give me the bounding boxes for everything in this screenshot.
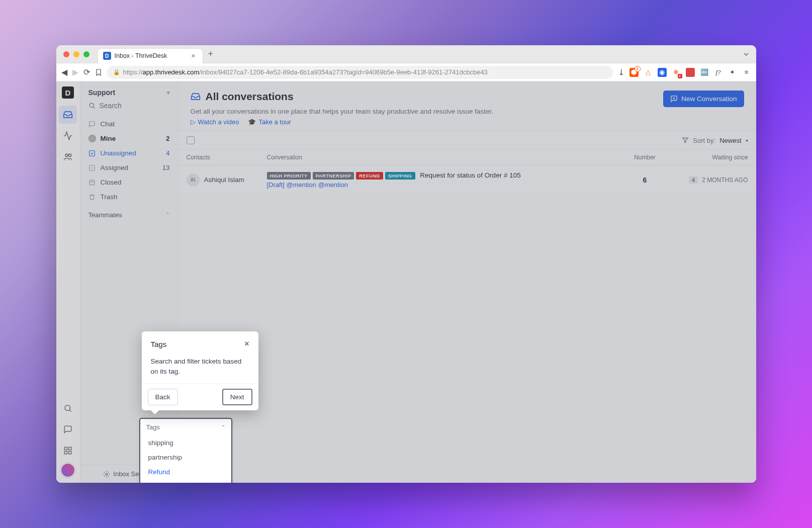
menu-icon[interactable]: ≡ (742, 68, 751, 77)
forward-button[interactable]: ▶ (72, 67, 78, 77)
chevron-up-icon: ⌃ (221, 424, 225, 430)
titlebar: D Inbox - ThriveDesk × + (56, 45, 756, 63)
back-button[interactable]: Back (148, 389, 178, 405)
tags-panel-header[interactable]: Tags ⌃ (140, 419, 231, 435)
tab-close-icon[interactable]: × (189, 52, 197, 60)
tag-item-shipping[interactable]: shipping (140, 435, 231, 450)
browser-toolbar: ◀ ▶ ⟳ 🔒 https://app.thrivedesk.com/inbox… (56, 63, 756, 81)
extensions-puzzle-icon[interactable]: ✦ (728, 68, 737, 77)
window-close-icon[interactable] (63, 51, 69, 57)
triangle-ext-icon[interactable]: △ (644, 68, 653, 77)
snowflake-ext-icon[interactable]: ❋ (672, 68, 681, 77)
onepassword-icon[interactable]: ◉ (658, 68, 667, 77)
tabs-dropdown-icon[interactable] (743, 51, 749, 57)
next-button[interactable]: Next (222, 389, 252, 405)
tour-title-row: Tags × (151, 339, 249, 348)
lock-icon: 🔒 (113, 69, 120, 75)
url-bar[interactable]: 🔒 https://app.thrivedesk.com/inbox/94027… (107, 66, 613, 79)
window-maximize-icon[interactable] (83, 51, 89, 57)
tab-title: Inbox - ThriveDesk (115, 52, 167, 59)
bookmark-button[interactable] (95, 69, 102, 76)
font-ext-icon[interactable]: f? (714, 68, 723, 77)
tour-title: Tags (151, 340, 167, 348)
close-icon[interactable]: × (244, 339, 249, 348)
translate-ext-icon[interactable]: 🔤 (700, 68, 709, 77)
tags-header-label: Tags (146, 423, 160, 431)
tag-item-high-priority[interactable]: high priority (140, 479, 231, 483)
red-square-ext-icon[interactable] (686, 68, 695, 77)
tag-item-partnership[interactable]: partnership (140, 450, 231, 465)
favicon-icon: D (103, 52, 111, 60)
browser-tab[interactable]: D Inbox - ThriveDesk × (98, 48, 203, 63)
tour-popup: Tags × Search and filter tickets based o… (142, 331, 258, 410)
extension-icons: ⬢ △ ◉ ❋ 🔤 f? ✦ ≡ (629, 68, 751, 77)
reload-button[interactable]: ⟳ (83, 67, 90, 77)
url-host: app.thrivedesk.com (143, 68, 200, 76)
brave-shield-icon[interactable]: ⬢ (629, 68, 639, 77)
url-path: /inbox/94027ca7-1206-4e52-89da-6b1a9354a… (199, 68, 488, 76)
traffic-lights (63, 51, 89, 57)
window-minimize-icon[interactable] (73, 51, 79, 57)
app-body: D Support ▾ (56, 81, 756, 483)
tag-item-refund[interactable]: Refund (140, 465, 231, 479)
download-icon[interactable]: ⤓ (618, 67, 624, 77)
new-tab-button[interactable]: + (208, 49, 214, 59)
tags-panel: Tags ⌃ shipping partnership Refund high … (139, 418, 232, 483)
url-prefix: https:// (123, 68, 143, 76)
browser-window: D Inbox - ThriveDesk × + ◀ ▶ ⟳ 🔒 https:/… (56, 45, 756, 483)
tour-description: Search and filter tickets based on its t… (151, 357, 249, 376)
back-button[interactable]: ◀ (61, 67, 67, 77)
